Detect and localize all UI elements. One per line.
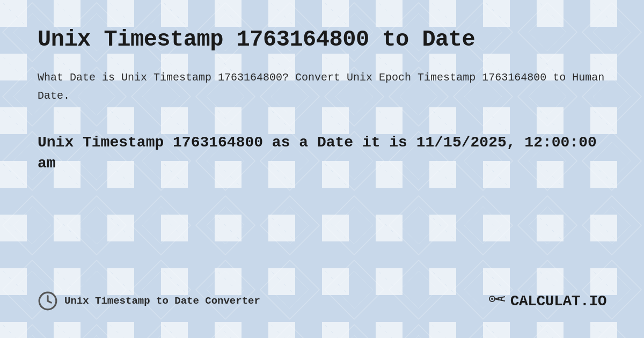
svg-point-5 bbox=[491, 298, 493, 300]
svg-line-7 bbox=[494, 299, 505, 301]
footer-label: Unix Timestamp to Date Converter bbox=[64, 295, 260, 307]
page-description: What Date is Unix Timestamp 1763164800? … bbox=[38, 69, 606, 105]
page-title: Unix Timestamp 1763164800 to Date bbox=[38, 27, 606, 53]
logo-icon bbox=[487, 291, 506, 311]
logo-text: CALCULAT.IO bbox=[510, 293, 606, 310]
result-text: Unix Timestamp 1763164800 as a Date it i… bbox=[38, 132, 606, 174]
logo: CALCULAT.IO bbox=[487, 291, 606, 311]
clock-icon bbox=[38, 291, 58, 311]
svg-line-6 bbox=[494, 297, 505, 299]
